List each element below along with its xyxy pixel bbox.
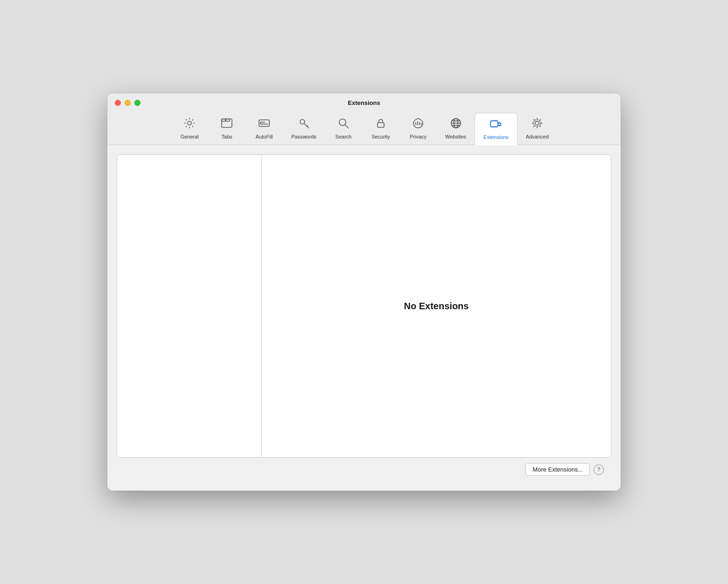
window: Extensions General [107,93,621,491]
tab-search-label: Search [336,134,352,139]
tab-websites[interactable]: Websites [437,113,475,145]
security-icon [374,117,387,132]
tab-advanced-label: Advanced [526,134,549,139]
help-button[interactable]: ? [594,465,604,475]
search-icon [337,117,350,132]
svg-rect-2 [222,119,225,121]
titlebar: Extensions General [107,93,621,145]
svg-rect-1 [222,119,232,127]
tab-passwords-label: Passwords [291,134,316,139]
svg-rect-19 [490,121,498,127]
tab-passwords[interactable]: Passwords [283,113,325,145]
bottom-bar: More Extensions... ? [117,458,611,481]
gear-icon [183,117,196,132]
window-title: Extensions [115,99,613,106]
tab-security[interactable]: Security [362,113,399,145]
extensions-icon [489,117,503,132]
tab-search[interactable]: Search [325,113,362,145]
more-extensions-button[interactable]: More Extensions... [525,463,590,476]
advanced-icon [531,117,544,132]
tab-privacy[interactable]: Privacy [399,113,437,145]
autofill-icon [258,117,271,132]
toolbar: General Tabs [115,113,613,145]
tabs-icon [220,117,233,132]
panels-container: No Extensions [117,154,611,458]
svg-line-12 [345,125,349,129]
tab-security-label: Security [371,134,390,139]
tab-websites-label: Websites [445,134,466,139]
extensions-list-panel [117,155,262,457]
passwords-icon [297,117,310,132]
websites-icon [449,117,462,132]
tab-privacy-label: Privacy [410,134,427,139]
svg-point-0 [188,121,191,125]
tab-general-label: General [181,134,199,139]
svg-point-22 [535,121,539,125]
privacy-icon [412,117,425,132]
tab-extensions[interactable]: Extensions [475,113,518,145]
tab-autofill-label: AutoFill [256,134,273,139]
content-area: No Extensions More Extensions... ? [107,145,621,491]
tab-tabs-label: Tabs [222,134,232,139]
tab-general[interactable]: General [171,113,208,145]
tab-advanced[interactable]: Advanced [518,113,557,145]
tab-autofill[interactable]: AutoFill [245,113,283,145]
tab-tabs[interactable]: Tabs [208,113,245,145]
extensions-detail-panel: No Extensions [262,155,611,457]
svg-point-11 [339,119,346,125]
svg-rect-13 [378,123,384,127]
tab-extensions-label: Extensions [483,134,509,140]
svg-line-9 [304,124,309,128]
svg-point-8 [300,119,305,124]
no-extensions-message: No Extensions [404,301,469,312]
svg-point-23 [534,120,541,127]
svg-rect-3 [226,119,230,121]
